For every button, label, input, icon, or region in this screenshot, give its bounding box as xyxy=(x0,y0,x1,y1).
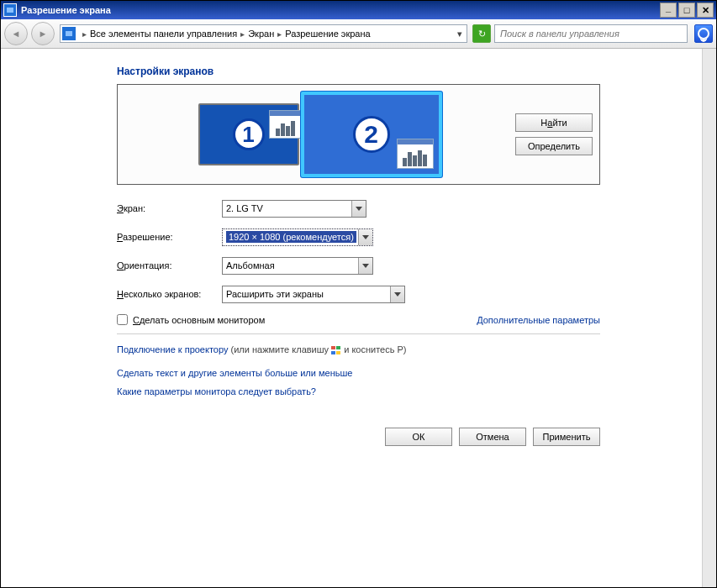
orientation-label: Ориентация: xyxy=(117,260,222,270)
resolution-select[interactable]: 1920 × 1080 (рекомендуется) xyxy=(222,228,373,246)
projector-line: Подключение к проектору (или нажмите кла… xyxy=(117,344,600,355)
cancel-button[interactable]: Отмена xyxy=(459,428,526,446)
projector-link[interactable]: Подключение к проектору xyxy=(117,344,228,354)
breadcrumb-item[interactable]: Экран xyxy=(248,29,274,39)
content-area: Настройки экранов 1 2 xyxy=(1,49,716,587)
orientation-select[interactable]: Альбомная xyxy=(222,257,373,275)
primary-checkbox[interactable] xyxy=(117,314,128,325)
navigation-bar: ◄ ► ▸ Все элементы панели управления ▸ Э… xyxy=(1,19,716,49)
breadcrumb-item[interactable]: Все элементы панели управления xyxy=(90,29,237,39)
multi-label: Несколько экранов: xyxy=(117,289,222,299)
separator xyxy=(117,333,600,334)
apply-button[interactable]: Применить xyxy=(533,428,600,446)
breadcrumb-item[interactable]: Разрешение экрана xyxy=(285,29,370,39)
windows-key-icon xyxy=(331,346,341,355)
resolution-label: Разрешение: xyxy=(117,232,222,242)
settings-form: Экран: 2. LG TV Разрешение: 1920 × 1080 … xyxy=(117,200,600,446)
resolution-value: 1920 × 1080 (рекомендуется) xyxy=(226,231,356,243)
maximize-button[interactable] xyxy=(678,3,695,18)
vertical-scrollbar[interactable] xyxy=(702,49,716,587)
page-title: Настройки экранов xyxy=(117,66,600,77)
help-link[interactable]: Какие параметры монитора следует выбрать… xyxy=(117,386,316,396)
monitor-2[interactable]: 2 xyxy=(301,92,442,177)
chevron-icon: ▸ xyxy=(277,29,282,39)
screen-select[interactable]: 2. LG TV xyxy=(222,200,366,218)
window: Разрешение экрана ◄ ► ▸ Все элементы пан… xyxy=(0,0,717,588)
chevron-down-icon xyxy=(358,258,372,274)
back-button[interactable]: ◄ xyxy=(4,22,28,45)
multi-value: Расширить эти экраны xyxy=(226,289,324,299)
refresh-button[interactable]: ↻ xyxy=(472,24,491,43)
monitor-number: 1 xyxy=(233,118,265,150)
chevron-icon: ▸ xyxy=(82,29,87,39)
window-icon xyxy=(397,139,434,169)
display-preview: 1 2 Найти Определить xyxy=(117,84,600,185)
search-input[interactable] xyxy=(498,28,683,39)
close-button[interactable] xyxy=(697,3,714,18)
minimize-button[interactable] xyxy=(660,3,677,18)
screen-value: 2. LG TV xyxy=(226,203,263,213)
chevron-down-icon xyxy=(351,201,366,217)
primary-checkbox-label: Сделать основным монитором xyxy=(133,315,265,325)
orientation-value: Альбомная xyxy=(226,260,275,270)
scale-link[interactable]: Сделать текст и другие элементы больше и… xyxy=(117,368,352,378)
monitor-number: 2 xyxy=(353,116,390,153)
chevron-icon: ▸ xyxy=(240,29,245,39)
search-button[interactable] xyxy=(694,24,713,43)
titlebar: Разрешение экрана xyxy=(1,1,716,19)
detect-button[interactable]: Определить xyxy=(515,137,593,155)
multi-select[interactable]: Расширить эти экраны xyxy=(222,286,405,303)
screen-label: Экран: xyxy=(117,203,222,213)
ok-button[interactable]: ОК xyxy=(385,428,452,446)
display-icon xyxy=(3,3,17,17)
breadcrumb[interactable]: ▸ Все элементы панели управления ▸ Экран… xyxy=(60,24,467,43)
advanced-link[interactable]: Дополнительные параметры xyxy=(477,315,600,325)
window-title: Разрешение экрана xyxy=(21,5,658,15)
monitor-1[interactable]: 1 xyxy=(198,103,299,165)
window-icon xyxy=(269,110,303,139)
find-button[interactable]: Найти xyxy=(515,113,593,132)
monitor-icon xyxy=(62,27,76,40)
chevron-down-icon xyxy=(358,229,372,245)
forward-button[interactable]: ► xyxy=(31,22,55,45)
chevron-down-icon xyxy=(390,286,404,302)
chevron-down-icon[interactable]: ▾ xyxy=(455,29,465,39)
search-container xyxy=(494,24,688,43)
